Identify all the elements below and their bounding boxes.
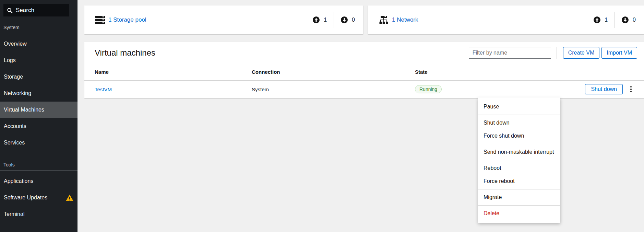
sidebar-item-overview[interactable]: Overview (0, 36, 77, 52)
menu-item-send-non-maskable-interrupt[interactable]: Send non-maskable interrupt (478, 146, 560, 159)
sidebar-item-logs[interactable]: Logs (0, 52, 77, 69)
sidebar-item-services[interactable]: Services (0, 135, 77, 151)
network-down-count: 0 (633, 17, 636, 23)
sidebar-item-networking[interactable]: Networking (0, 85, 77, 102)
vm-actions-menu: Pause Shut down Force shut down Send non… (478, 97, 560, 223)
vm-panel-header: Virtual machines Create VM Import VM (84, 42, 644, 64)
sidebar-item-software-updates[interactable]: Software Updates (0, 189, 77, 206)
menu-divider (478, 205, 560, 206)
search-box[interactable] (3, 4, 69, 16)
column-header-name: Name (84, 64, 241, 80)
sidebar-item-terminal[interactable]: Terminal (0, 206, 77, 222)
menu-item-force-reboot[interactable]: Force reboot (478, 175, 560, 188)
vm-name-link[interactable]: TestVM (95, 86, 112, 92)
import-vm-button[interactable]: Import VM (601, 47, 637, 59)
sidebar-section-tools: Tools (0, 162, 77, 167)
toolbar-divider (557, 47, 557, 59)
up-arrow-icon (594, 16, 600, 23)
storage-pool-card: 1 Storage pool 1 0 (84, 5, 363, 34)
sidebar-item-accounts[interactable]: Accounts (0, 118, 77, 135)
network-icon (379, 16, 389, 24)
network-card: 1 Network 1 0 (368, 5, 644, 34)
page-title: Virtual machines (95, 48, 155, 58)
menu-divider (478, 189, 560, 189)
network-status: 1 0 (594, 12, 636, 28)
column-header-state: State (405, 64, 569, 80)
warning-triangle-icon (66, 195, 73, 201)
kebab-dot (630, 89, 632, 90)
search-input[interactable] (16, 7, 66, 14)
sidebar-section-system: System (0, 25, 77, 30)
vm-state-badge: Running (415, 85, 442, 93)
menu-divider (478, 144, 560, 144)
sidebar: System Overview Logs Storage Networking … (0, 0, 77, 232)
sidebar-item-label: Software Updates (4, 195, 47, 201)
menu-item-force-shut-down[interactable]: Force shut down (478, 129, 560, 142)
vm-table: Name Connection State TestVM System Runn… (84, 64, 644, 98)
table-header-row: Name Connection State (84, 64, 644, 80)
storage-pool-link[interactable]: 1 Storage pool (108, 16, 146, 23)
filter-by-name-input[interactable] (469, 47, 551, 59)
divider (334, 12, 334, 28)
virtual-machines-panel: Virtual machines Create VM Import VM Nam… (84, 42, 644, 98)
sidebar-item-virtual-machines[interactable]: Virtual Machines (0, 102, 77, 118)
kebab-dot (630, 91, 632, 92)
menu-divider (478, 115, 560, 115)
column-header-connection: Connection (241, 64, 405, 80)
kebab-dot (630, 86, 632, 88)
storage-pool-status: 1 0 (313, 12, 355, 28)
sidebar-item-storage[interactable]: Storage (0, 69, 77, 85)
menu-item-reboot[interactable]: Reboot (478, 162, 560, 175)
table-row: TestVM System Running Shut down (84, 80, 644, 98)
divider (615, 12, 615, 28)
column-header-actions (569, 64, 644, 80)
down-arrow-icon (341, 16, 348, 23)
menu-item-migrate[interactable]: Migrate (478, 191, 560, 204)
down-arrow-icon (622, 16, 629, 23)
menu-divider (478, 160, 560, 160)
network-link[interactable]: 1 Network (392, 16, 418, 23)
vm-toolbar: Create VM Import VM (469, 47, 637, 59)
sidebar-nav-tools: Applications Software Updates Terminal (0, 171, 77, 222)
menu-item-pause[interactable]: Pause (478, 100, 560, 113)
network-up-count: 1 (605, 17, 608, 23)
storage-pool-icon (95, 16, 105, 24)
create-vm-button[interactable]: Create VM (563, 47, 599, 59)
sidebar-nav-system: Overview Logs Storage Networking Virtual… (0, 33, 77, 151)
storage-down-count: 0 (352, 17, 355, 23)
menu-item-delete[interactable]: Delete (478, 207, 560, 220)
shut-down-button[interactable]: Shut down (585, 84, 623, 94)
up-arrow-icon (313, 16, 320, 23)
kebab-menu-button[interactable] (628, 85, 634, 94)
vm-connection-cell: System (241, 80, 405, 98)
sidebar-item-applications[interactable]: Applications (0, 173, 77, 189)
storage-up-count: 1 (324, 17, 327, 23)
menu-item-shut-down[interactable]: Shut down (478, 116, 560, 129)
search-icon (7, 8, 13, 13)
